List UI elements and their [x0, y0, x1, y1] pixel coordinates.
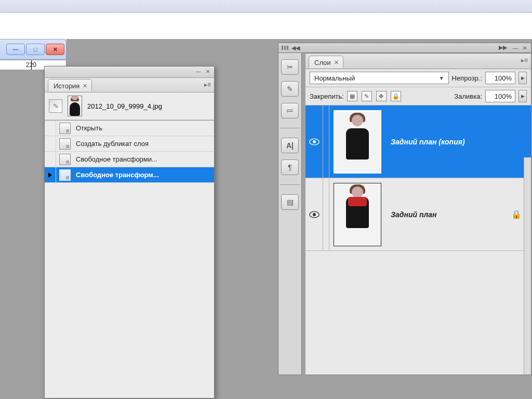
- right-panel-group: ◀◀ ▶▶ — ✕ ✂ ✎ ≔ A| ¶ ▤ Слои ✕ ▸≡: [278, 43, 531, 375]
- collapse-left-icon[interactable]: ◀◀: [291, 45, 300, 51]
- eye-icon: [309, 138, 320, 145]
- dropdown-arrow-icon: ▼: [439, 75, 444, 81]
- layers-panel: Слои ✕ ▸≡ Нормальный ▼ Непрозр.: 100% ▶ …: [305, 53, 531, 375]
- panel-menu-icon[interactable]: ▸≡: [204, 81, 211, 88]
- lock-position-icon[interactable]: ✥: [376, 91, 387, 101]
- tab-close-icon[interactable]: ✕: [334, 59, 339, 66]
- panel-minimize-icon[interactable]: —: [511, 44, 520, 51]
- opacity-label: Непрозр.:: [452, 74, 482, 82]
- lock-all-icon[interactable]: 🔒: [391, 91, 401, 101]
- dock-divider: [280, 184, 300, 185]
- history-snapshot-row[interactable]: ✎ 2012_10_09_9999_4.jpg: [45, 92, 214, 120]
- fill-input[interactable]: 100%: [485, 90, 515, 102]
- panel-menu-icon[interactable]: ▸≡: [521, 57, 528, 64]
- layer-row[interactable]: Задний план (копия): [305, 105, 531, 178]
- fill-slider-button[interactable]: ▶: [518, 90, 527, 102]
- svg-point-1: [313, 140, 316, 143]
- layer-row[interactable]: Задний план 🔒: [305, 178, 531, 251]
- history-step-label: Создать дубликат слоя: [76, 140, 214, 148]
- layer-name[interactable]: Задний план: [391, 210, 436, 219]
- opacity-slider-button[interactable]: ▶: [518, 72, 527, 84]
- step-icon: [59, 169, 71, 181]
- history-panel: — ✕ История ✕ ▸≡ ✎ 2012_10_09_9999_4.jpg…: [44, 66, 215, 398]
- current-step-pointer-icon: [48, 172, 52, 178]
- minimize-button[interactable]: —: [6, 44, 25, 55]
- tab-layers[interactable]: Слои ✕: [309, 56, 343, 68]
- layers-tab-label: Слои: [314, 59, 331, 66]
- panel-group-titlebar[interactable]: ◀◀ ▶▶ — ✕: [278, 43, 531, 53]
- history-step-current[interactable]: Свободное трансформ...: [45, 167, 214, 183]
- app-menubar-area: [0, 0, 532, 13]
- dock-tool-options-icon[interactable]: ✂: [281, 59, 299, 75]
- close-button[interactable]: ✕: [46, 44, 64, 55]
- opacity-value: 100%: [495, 74, 512, 82]
- dock-layer-comps-icon[interactable]: ▤: [281, 194, 299, 210]
- history-step[interactable]: Свободное трансформи...: [45, 152, 214, 167]
- dock-divider: [280, 128, 300, 128]
- panel-minimize-icon[interactable]: —: [194, 68, 203, 75]
- opacity-input[interactable]: 100%: [485, 72, 515, 84]
- options-bar-area: [0, 13, 532, 39]
- blend-mode-select[interactable]: Нормальный ▼: [310, 72, 449, 84]
- dock-clone-source-icon[interactable]: ≔: [281, 103, 299, 118]
- layers-list: Задний план (копия) Задний план 🔒: [305, 105, 531, 375]
- layer-name[interactable]: Задний план (копия): [391, 138, 465, 146]
- fill-value: 100%: [495, 92, 512, 100]
- fill-label: Заливка:: [454, 92, 482, 100]
- panel-close-icon[interactable]: ✕: [521, 44, 529, 51]
- history-step-label: Открыть: [76, 124, 214, 132]
- history-step-label: Свободное трансформ...: [76, 171, 214, 179]
- lock-label: Закрепить:: [310, 92, 344, 100]
- layer-visibility-toggle[interactable]: [305, 105, 323, 178]
- history-step[interactable]: Открыть: [45, 121, 214, 136]
- svg-point-3: [313, 213, 316, 216]
- dock-brushes-icon[interactable]: ✎: [281, 81, 299, 97]
- document-window-fragment: — □ ✕ 220: [0, 39, 66, 70]
- history-step[interactable]: Создать дубликат слоя: [45, 136, 214, 152]
- layer-visibility-toggle[interactable]: [305, 178, 323, 250]
- layer-thumbnail[interactable]: [334, 110, 381, 174]
- history-tab-label: История: [54, 82, 79, 90]
- panel-close-icon[interactable]: ✕: [204, 68, 212, 75]
- lock-transparency-icon[interactable]: ▦: [347, 91, 357, 101]
- collapse-right-icon[interactable]: ▶▶: [499, 44, 507, 51]
- snapshot-filename: 2012_10_09_9999_4.jpg: [87, 102, 162, 110]
- snapshot-icon: ✎: [49, 99, 62, 113]
- history-panel-header[interactable]: — ✕: [45, 66, 214, 78]
- history-step-label: Свободное трансформи...: [76, 155, 214, 163]
- collapsed-dock-column: ✂ ✎ ≔ A| ¶ ▤: [278, 53, 302, 375]
- maximize-button[interactable]: □: [26, 44, 45, 55]
- ruler-tick-label: 220: [26, 61, 36, 69]
- step-icon: [59, 154, 71, 165]
- tab-history[interactable]: История ✕: [48, 79, 92, 91]
- step-icon: [59, 138, 71, 150]
- step-icon: [59, 123, 71, 134]
- layer-thumbnail[interactable]: [334, 183, 381, 246]
- tab-close-icon[interactable]: ✕: [83, 83, 87, 89]
- blend-mode-value: Нормальный: [314, 74, 355, 82]
- snapshot-thumbnail: [68, 96, 82, 116]
- layers-scrollbar[interactable]: [524, 157, 531, 375]
- document-titlebar[interactable]: — □ ✕: [0, 39, 66, 60]
- dock-character-icon[interactable]: A|: [281, 138, 299, 153]
- lock-icon: 🔒: [511, 209, 522, 219]
- dock-paragraph-icon[interactable]: ¶: [281, 159, 299, 175]
- eye-icon: [309, 211, 320, 218]
- grip-icon[interactable]: [282, 46, 288, 50]
- lock-pixels-icon[interactable]: ✎: [362, 91, 372, 101]
